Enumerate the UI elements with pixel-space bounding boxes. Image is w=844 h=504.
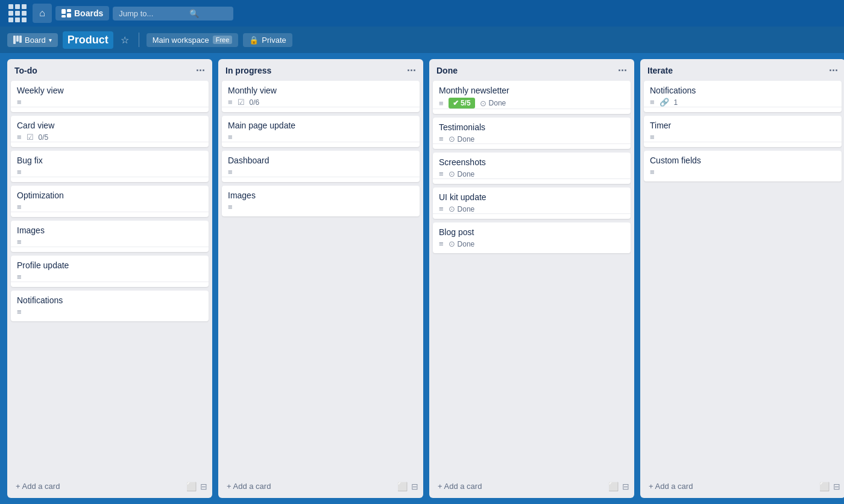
layout-icon[interactable]: ⊟ [411, 482, 418, 491]
completion-badge: ✔ 5/5 [449, 98, 475, 109]
board: To-do···Weekly view≡Card view≡☑0/5Bug fi… [0, 53, 844, 504]
card[interactable]: Images≡ [222, 186, 420, 216]
column-footer-todo: + Add a card⬜⊟ [7, 476, 212, 498]
card-meta: ≡⊙ Done [439, 169, 625, 178]
card-title: Testimonials [439, 122, 625, 132]
column-header-done: Done··· [429, 59, 634, 81]
column-header-todo: To-do··· [7, 59, 212, 81]
column-done: Done···Monthly newsletter≡✔ 5/5⊙ DoneTes… [429, 59, 634, 498]
card-title: Main page update [228, 121, 414, 130]
template-icon[interactable]: ⬜ [819, 482, 830, 491]
svg-rect-1 [67, 9, 71, 12]
status-badge: ⊙ Done [449, 134, 475, 143]
status-badge: ⊙ Done [480, 99, 506, 108]
checklist-count: 0/6 [250, 98, 260, 107]
card-title: Monthly newsletter [439, 86, 625, 95]
card[interactable]: Images≡ [11, 221, 209, 252]
column-footer-done: + Add a card⬜⊟ [429, 476, 634, 498]
template-icon[interactable]: ⬜ [397, 482, 408, 491]
card-meta: ≡ [17, 203, 203, 212]
card[interactable]: Weekly view≡ [11, 81, 209, 112]
card[interactable]: Timer≡ [644, 116, 842, 147]
card-meta: ≡ [228, 133, 414, 142]
board-view-button[interactable]: Board ▾ [7, 33, 58, 47]
card-title: Dashboard [228, 156, 414, 165]
add-card-button[interactable]: + Add a card [434, 479, 485, 493]
layout-icon[interactable]: ⊟ [833, 482, 840, 491]
card[interactable]: Dashboard≡ [222, 151, 420, 182]
card-title: Monthly view [228, 86, 414, 95]
search-box[interactable]: Jump to... 🔍 [113, 7, 233, 20]
cards-inprogress: Monthly view≡☑0/6Main page update≡Dashbo… [218, 81, 423, 476]
card-title: Card view [17, 121, 203, 130]
card[interactable]: Custom fields≡ [644, 151, 842, 181]
boards-icon [61, 9, 71, 17]
card[interactable]: Notifications≡🔗1 [644, 81, 842, 112]
lines-icon: ≡ [650, 133, 655, 142]
column-footer-inprogress: + Add a card⬜⊟ [218, 476, 423, 498]
card-title: Timer [650, 121, 836, 130]
cards-iterate: Notifications≡🔗1Timer≡Custom fields≡ [640, 81, 844, 476]
card-meta: ≡ [228, 203, 414, 212]
card-meta: ≡ [650, 168, 836, 177]
layout-icon[interactable]: ⊟ [200, 482, 207, 491]
card-meta: ≡ [17, 272, 203, 282]
lines-icon: ≡ [228, 168, 233, 177]
card[interactable]: Testimonials≡⊙ Done [433, 118, 631, 149]
grid-icon[interactable] [6, 2, 29, 25]
private-button[interactable]: 🔒 Private [243, 33, 292, 47]
divider [139, 33, 139, 47]
layout-icon[interactable]: ⊟ [622, 482, 629, 491]
workspace-button[interactable]: Main workspace Free [146, 33, 239, 47]
board-title: Product [63, 31, 113, 49]
card[interactable]: Monthly view≡☑0/6 [222, 81, 420, 112]
lines-icon: ≡ [228, 98, 233, 107]
lines-icon: ≡ [17, 168, 22, 177]
card[interactable]: Monthly newsletter≡✔ 5/5⊙ Done [433, 81, 631, 114]
card[interactable]: Main page update≡ [222, 116, 420, 147]
board-icon [13, 36, 22, 44]
column-header-inprogress: In progress··· [218, 59, 423, 81]
checklist-icon: ☑ [238, 98, 245, 107]
lines-icon: ≡ [17, 98, 22, 107]
star-button[interactable]: ☆ [118, 32, 131, 48]
card[interactable]: Profile update≡ [11, 256, 209, 287]
status-badge: ⊙ Done [449, 204, 475, 213]
card-meta: ≡🔗1 [650, 98, 836, 107]
add-card-button[interactable]: + Add a card [223, 479, 274, 493]
column-menu-todo[interactable]: ··· [196, 65, 205, 76]
checklist-count: 0/5 [39, 133, 49, 142]
column-iterate: Iterate···Notifications≡🔗1Timer≡Custom f… [640, 59, 844, 498]
column-header-iterate: Iterate··· [640, 59, 844, 81]
lines-icon: ≡ [17, 133, 22, 142]
subheader: Board ▾ Product ☆ Main workspace Free 🔒 … [0, 27, 844, 53]
card[interactable]: Optimization≡ [11, 186, 209, 217]
add-card-button[interactable]: + Add a card [645, 479, 696, 493]
card-title: Bug fix [17, 156, 203, 165]
template-icon[interactable]: ⬜ [608, 482, 619, 491]
card-title: Screenshots [439, 157, 625, 167]
card[interactable]: Blog post≡⊙ Done [433, 222, 631, 253]
boards-button[interactable]: Boards [55, 6, 109, 20]
card[interactable]: Notifications≡ [11, 291, 209, 321]
column-title-inprogress: In progress [225, 66, 271, 75]
card-meta: ≡ [17, 307, 203, 317]
status-badge: ⊙ Done [449, 169, 475, 178]
column-menu-iterate[interactable]: ··· [829, 65, 838, 76]
column-menu-inprogress[interactable]: ··· [407, 65, 416, 76]
cards-todo: Weekly view≡Card view≡☑0/5Bug fix≡Optimi… [7, 81, 212, 476]
topnav: ⌂ Boards Jump to... 🔍 [0, 0, 844, 27]
add-card-button[interactable]: + Add a card [12, 479, 63, 493]
card[interactable]: UI kit update≡⊙ Done [433, 187, 631, 219]
column-menu-done[interactable]: ··· [618, 65, 627, 76]
card-meta: ≡⊙ Done [439, 239, 625, 248]
card[interactable]: Card view≡☑0/5 [11, 116, 209, 147]
home-button[interactable]: ⌂ [33, 4, 52, 23]
card[interactable]: Bug fix≡ [11, 151, 209, 182]
card-meta: ≡☑0/5 [17, 133, 203, 142]
template-icon[interactable]: ⬜ [186, 482, 197, 491]
card[interactable]: Screenshots≡⊙ Done [433, 153, 631, 184]
lines-icon: ≡ [439, 169, 444, 178]
card-meta: ≡⊙ Done [439, 204, 625, 213]
card-title: Images [228, 191, 414, 200]
